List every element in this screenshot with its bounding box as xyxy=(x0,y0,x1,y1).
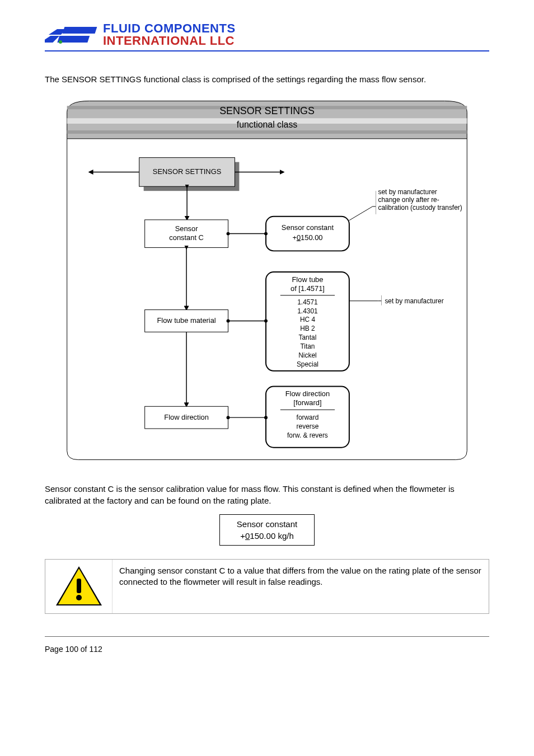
svg-text:set by manufacturer: set by manufacturer xyxy=(378,188,437,196)
svg-text:SENSOR SETTINGS: SENSOR SETTINGS xyxy=(153,168,221,176)
svg-text:reverse: reverse xyxy=(297,422,319,430)
svg-text:Flow direction: Flow direction xyxy=(285,390,330,398)
svg-text:change only after re-: change only after re- xyxy=(378,196,439,204)
svg-text:forw. & revers: forw. & revers xyxy=(287,431,328,439)
svg-text:SENSOR SETTINGS: SENSOR SETTINGS xyxy=(219,105,315,116)
svg-text:Flow tube: Flow tube xyxy=(292,275,324,284)
svg-text:functional class: functional class xyxy=(237,120,298,129)
valuebox-line2: +0150.00 kg/h xyxy=(226,530,308,542)
svg-text:Flow tube material: Flow tube material xyxy=(157,317,216,325)
svg-text:+0150.00: +0150.00 xyxy=(292,233,322,242)
svg-text:forward: forward xyxy=(297,414,319,421)
warning-text: Changing sensor constant C to a value th… xyxy=(113,560,489,613)
svg-point-59 xyxy=(264,416,268,419)
svg-point-44 xyxy=(264,320,268,323)
svg-point-22 xyxy=(264,232,268,236)
svg-rect-3 xyxy=(57,36,90,43)
svg-point-4 xyxy=(59,40,62,44)
page-number: Page 100 of 112 xyxy=(45,645,489,654)
warning-block: Changing sensor constant C to a value th… xyxy=(45,559,489,614)
svg-text:Titan: Titan xyxy=(300,342,315,350)
svg-text:HC 4: HC 4 xyxy=(300,316,316,324)
svg-text:Special: Special xyxy=(297,360,318,368)
sensor-constant-valuebox: Sensor constant +0150.00 kg/h xyxy=(219,514,315,546)
warning-icon xyxy=(54,564,104,609)
svg-rect-62 xyxy=(77,579,81,593)
body-paragraph: Sensor constant C is the sensor calibrat… xyxy=(45,483,489,506)
row1-left-line1: Sensor xyxy=(175,224,199,233)
svg-rect-2 xyxy=(63,27,97,34)
svg-text:Tantal: Tantal xyxy=(299,334,317,341)
svg-text:HB 2: HB 2 xyxy=(300,325,315,333)
footer-divider xyxy=(45,636,489,637)
svg-text:Sensor constant: Sensor constant xyxy=(282,223,334,232)
svg-point-58 xyxy=(227,416,230,419)
svg-text:Flow direction: Flow direction xyxy=(164,413,209,421)
logo-line1: FLUID COMPONENTS xyxy=(103,22,236,35)
svg-text:1.4571: 1.4571 xyxy=(297,298,318,306)
svg-text:Nickel: Nickel xyxy=(298,351,316,359)
svg-text:set by manufacturer: set by manufacturer xyxy=(385,297,443,305)
intro-paragraph: The SENSOR SETTINGS functional class is … xyxy=(45,74,489,85)
fci-logo-mark xyxy=(45,22,99,47)
row1-left-line2: constant C xyxy=(169,233,204,242)
svg-point-63 xyxy=(76,595,82,600)
valuebox-line1: Sensor constant xyxy=(226,518,308,530)
logo-line2: INTERNATIONAL LLC xyxy=(103,35,236,47)
svg-text:1.4301: 1.4301 xyxy=(297,307,318,315)
svg-point-21 xyxy=(227,232,230,236)
svg-text:of [1.4571]: of [1.4571] xyxy=(291,284,325,293)
sensor-settings-diagram: SENSOR SETTINGS functional class SENSOR … xyxy=(45,94,489,463)
brand-logo: FLUID COMPONENTS INTERNATIONAL LLC xyxy=(45,22,489,47)
svg-point-43 xyxy=(227,320,230,323)
svg-text:[forward]: [forward] xyxy=(293,399,321,407)
svg-text:calibration (custody transfer): calibration (custody transfer) xyxy=(378,204,462,212)
header-divider xyxy=(45,50,489,51)
svg-marker-0 xyxy=(45,36,59,43)
